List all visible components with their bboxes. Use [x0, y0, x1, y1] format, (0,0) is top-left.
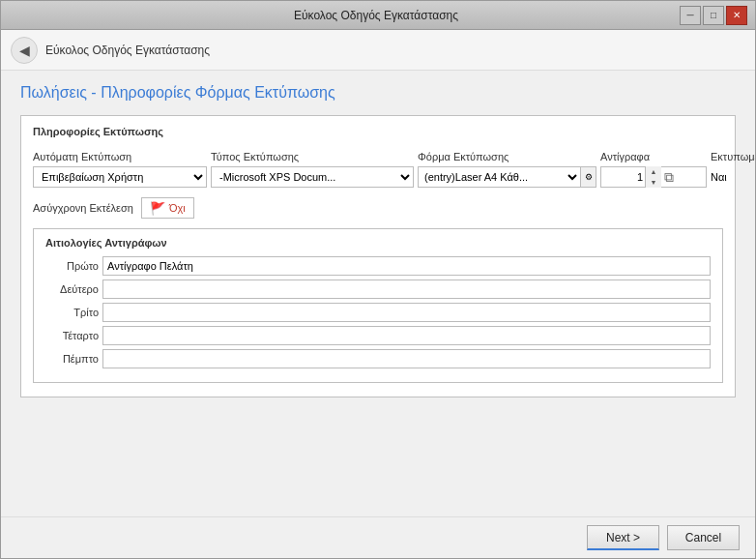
window-title: Εύκολος Οδηγός Εγκατάστασης	[73, 9, 680, 22]
cancel-button[interactable]: Cancel	[667, 525, 740, 550]
copy-label-5: Πέμπτο	[45, 353, 99, 365]
toolbar-breadcrumb: Εύκολος Οδηγός Εγκατάστασης	[45, 44, 210, 57]
async-value: Όχι	[169, 202, 186, 214]
maximize-button[interactable]: □	[703, 6, 724, 25]
col-type-header: Τύπος Εκτύπωσης	[211, 151, 414, 162]
back-button[interactable]: ◀	[11, 37, 38, 64]
window-controls: ─ □ ✕	[680, 6, 747, 25]
copies-reasons-title: Αιτιολογίες Αντιγράφων	[45, 237, 711, 249]
toolbar: ◀ Εύκολος Οδηγός Εγκατάστασης	[1, 30, 755, 71]
printed-value: Ναι	[711, 171, 755, 183]
column-headers: Αυτόματη Εκτύπωση Τύπος Εκτύπωσης Φόρμα …	[33, 151, 723, 162]
col-auto-header: Αυτόματη Εκτύπωση	[33, 151, 207, 162]
print-info-group-title: Πληροφορίες Εκτύπωσης	[33, 126, 723, 141]
copy-label-4: Τέταρτο	[45, 330, 99, 341]
copy-row-3: Τρίτο	[45, 303, 711, 322]
copies-input[interactable]	[601, 167, 645, 187]
copy-label-1: Πρώτο	[45, 260, 99, 272]
copy-row-1: Πρώτο	[45, 256, 711, 276]
next-button[interactable]: Next >	[587, 525, 659, 550]
copy-input-3[interactable]	[102, 303, 711, 322]
copies-reasons-group: Αιτιολογίες Αντιγράφων Πρώτο Δεύτερο Τρί…	[33, 228, 723, 383]
async-row: Ασύγχρονη Εκτέλεση 🚩 Όχι	[33, 197, 723, 219]
minimize-button[interactable]: ─	[680, 6, 701, 25]
close-button[interactable]: ✕	[726, 6, 747, 25]
async-flag-button[interactable]: 🚩 Όχι	[141, 197, 194, 219]
col-printed-header: Εκτυπωμένο	[711, 151, 755, 162]
print-form-select[interactable]: (entry)Laser A4 Κάθ...	[419, 167, 580, 187]
content-area: Πωλήσεις - Πληροφορίες Φόρμας Εκτύπωσης …	[1, 71, 755, 516]
print-type-select[interactable]: -Microsoft XPS Docum... PDF Εκτυπωτής	[211, 166, 414, 188]
print-controls-row: Επιβεβαίωση Χρήστη Αυτόματα Όχι -Microso…	[33, 166, 723, 188]
auto-print-select[interactable]: Επιβεβαίωση Χρήστη Αυτόματα Όχι	[33, 166, 207, 188]
col-form-header: Φόρμα Εκτύπωσης	[418, 151, 596, 162]
copies-down-button[interactable]: ▼	[646, 177, 661, 188]
copy-label-2: Δεύτερο	[45, 283, 99, 295]
print-form-icon[interactable]: ⚙	[580, 167, 596, 187]
copy-row-5: Πέμπτο	[45, 349, 711, 368]
copies-spinner: ▲ ▼	[645, 166, 661, 188]
flag-icon: 🚩	[150, 201, 165, 216]
col-copies-header: Αντίγραφα	[600, 151, 707, 162]
copy-row-4: Τέταρτο	[45, 326, 711, 345]
copy-input-5[interactable]	[102, 349, 711, 368]
copy-row-2: Δεύτερο	[45, 280, 711, 299]
print-info-group: Πληροφορίες Εκτύπωσης Αυτόματη Εκτύπωση …	[20, 115, 736, 397]
copy-input-2[interactable]	[102, 280, 711, 299]
title-bar: Εύκολος Οδηγός Εγκατάστασης ─ □ ✕	[1, 1, 755, 30]
async-label: Ασύγχρονη Εκτέλεση	[33, 202, 133, 214]
copy-label-3: Τρίτο	[45, 307, 99, 318]
page-title: Πωλήσεις - Πληροφορίες Φόρμας Εκτύπωσης	[20, 84, 736, 102]
copy-input-4[interactable]	[102, 326, 711, 345]
copies-control: ▲ ▼ ⧉	[600, 166, 707, 188]
copies-icon: ⧉	[661, 169, 677, 186]
copies-up-button[interactable]: ▲	[646, 166, 661, 177]
footer: Next > Cancel	[1, 516, 755, 558]
main-window: Εύκολος Οδηγός Εγκατάστασης ─ □ ✕ ◀ Εύκο…	[0, 0, 756, 559]
print-form-wrapper: (entry)Laser A4 Κάθ... ⚙	[418, 166, 596, 188]
copy-input-1[interactable]	[102, 256, 711, 276]
